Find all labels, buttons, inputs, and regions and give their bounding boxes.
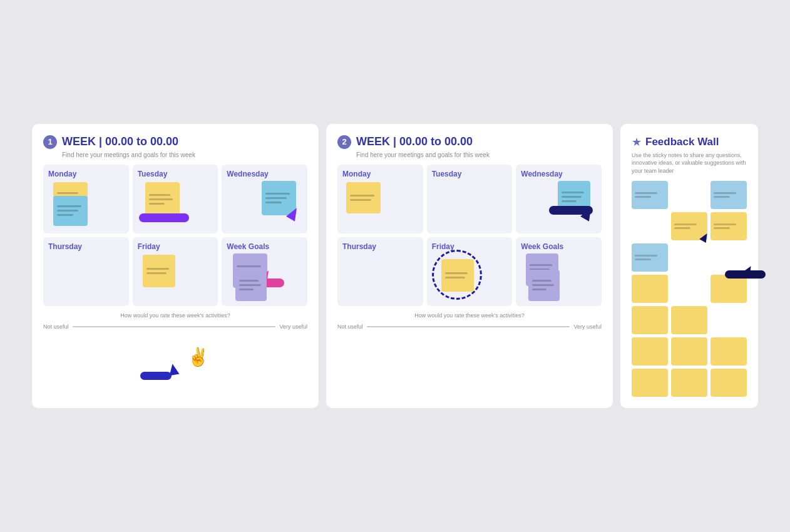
- week1-panel: 1 WEEK | 00.00 to 00.00 Find here your m…: [32, 124, 319, 409]
- sticky-line: [265, 197, 287, 199]
- week1-rating-bar[interactable]: [73, 326, 276, 327]
- sticky-line: [265, 193, 290, 195]
- week1-monday-label: Monday: [48, 170, 124, 178]
- fb-sticky-12[interactable]: [710, 337, 747, 366]
- week2-rating-section: How would you rate these week's activiti…: [337, 312, 602, 330]
- week2-goals-label: Week Goals: [521, 242, 597, 251]
- fb-sticky-7[interactable]: [710, 275, 747, 303]
- week2-wednesday-cell: Wednesday: [516, 165, 602, 233]
- fb-sticky-4[interactable]: [710, 212, 747, 240]
- sticky-line: [350, 199, 371, 201]
- fb-line: [714, 192, 736, 194]
- hand-emoji-week1: ✌️: [187, 347, 209, 367]
- week1-friday-label: Friday: [138, 242, 213, 251]
- week1-goals-cell: Week Goals: [222, 237, 307, 306]
- week2-monday-label: Monday: [342, 170, 418, 178]
- feedback-subtitle: Use the sticky notes to share any questi…: [632, 151, 747, 175]
- sticky-line: [562, 196, 582, 198]
- feedback-title: Feedback Wall: [645, 136, 719, 148]
- week2-thursday-cell: Thursday: [337, 237, 423, 306]
- week2-friday-cell: Friday: [427, 237, 513, 306]
- sticky-line: [532, 284, 553, 286]
- week2-very-useful: Very useful: [573, 324, 602, 330]
- week2-number: 2: [337, 135, 351, 149]
- fb-sticky-13[interactable]: [632, 369, 668, 397]
- pill-bottom-week1: [140, 372, 172, 380]
- week2-rating-bar[interactable]: [367, 326, 570, 327]
- fb-sticky-2[interactable]: [710, 181, 747, 209]
- week1-thursday-label: Thursday: [48, 242, 124, 251]
- sticky-line: [530, 264, 552, 266]
- fb-empty-3: [671, 243, 707, 272]
- week1-very-useful: Very useful: [279, 324, 307, 330]
- sticky-yellow-fri1[interactable]: [143, 255, 175, 287]
- sticky-line: [149, 198, 173, 200]
- feedback-panel: ★ Feedback Wall Use the sticky notes to …: [620, 124, 758, 409]
- fb-sticky-15[interactable]: [710, 369, 747, 397]
- week1-rating-title: How would you rate these week's activiti…: [43, 312, 307, 319]
- week2-days-grid: Monday Tuesday Wednesday: [337, 165, 602, 306]
- week2-rating-title: How would you rate these week's activiti…: [337, 312, 602, 319]
- week2-header: 2 WEEK | 00.00 to 00.00: [337, 135, 602, 149]
- pill-feedback: [725, 270, 766, 279]
- fb-sticky-6[interactable]: [632, 275, 668, 303]
- fb-sticky-3[interactable]: [671, 212, 707, 240]
- sticky-line: [562, 192, 584, 193]
- fb-empty-4: [710, 243, 747, 272]
- fb-line: [714, 227, 730, 229]
- week1-not-useful: Not useful: [43, 324, 69, 330]
- fb-sticky-10[interactable]: [632, 337, 668, 366]
- week2-wednesday-label: Wednesday: [521, 170, 597, 178]
- week2-goals-cell: Week Goals: [516, 237, 602, 306]
- fb-line: [635, 255, 657, 257]
- sticky-line: [146, 268, 169, 270]
- fb-sticky-8[interactable]: [632, 306, 668, 334]
- sticky-line: [532, 289, 546, 290]
- sticky-line: [239, 289, 254, 290]
- fb-line: [635, 258, 651, 260]
- week2-panel: 2 WEEK | 00.00 to 00.00 Find here your m…: [326, 124, 613, 409]
- week1-tuesday-cell: Tuesday: [133, 165, 218, 233]
- fb-line: [635, 192, 657, 194]
- week1-wednesday-label: Wednesday: [227, 170, 302, 178]
- sticky-purple-goals2b[interactable]: [528, 270, 560, 301]
- fb-sticky-14[interactable]: [671, 369, 707, 397]
- week1-number: 1: [43, 135, 57, 149]
- sticky-blue-mon1[interactable]: [53, 196, 88, 226]
- sticky-yellow-mon2[interactable]: [346, 182, 381, 213]
- sticky-yellow-tue1[interactable]: [145, 182, 180, 217]
- fb-sticky-9[interactable]: [671, 306, 707, 334]
- sticky-line: [445, 272, 468, 274]
- feedback-grid: [632, 181, 747, 397]
- week1-rating-section: How would you rate these week's activiti…: [43, 312, 307, 330]
- sticky-line: [239, 280, 258, 282]
- fb-sticky-1[interactable]: [632, 181, 668, 209]
- sticky-line: [265, 202, 282, 203]
- main-container: 1 WEEK | 00.00 to 00.00 Find here your m…: [19, 111, 771, 421]
- pill-navy-wed2: [549, 206, 593, 215]
- fb-sticky-11[interactable]: [671, 337, 707, 366]
- fb-empty-5: [671, 275, 707, 303]
- sticky-purple-goals1b[interactable]: [235, 270, 267, 301]
- sticky-line: [237, 265, 261, 267]
- week2-title: WEEK | 00.00 to 00.00: [356, 135, 473, 148]
- week2-tuesday-cell: Tuesday: [427, 165, 513, 233]
- sticky-line: [57, 210, 78, 212]
- sticky-line: [57, 205, 81, 207]
- sticky-line: [350, 195, 374, 197]
- week1-days-grid: Monday: [43, 165, 307, 306]
- week2-tuesday-label: Tuesday: [432, 170, 508, 178]
- week1-rating-row: Not useful Very useful: [43, 324, 307, 330]
- sticky-yellow-fri2[interactable]: [441, 259, 474, 292]
- star-icon: ★: [632, 135, 642, 149]
- sticky-line: [57, 192, 78, 194]
- sticky-line: [239, 284, 260, 286]
- fb-sticky-5[interactable]: [632, 243, 668, 272]
- fb-line: [674, 223, 697, 225]
- feedback-header: ★ Feedback Wall: [632, 135, 747, 149]
- fb-line: [714, 223, 736, 225]
- fb-line: [714, 196, 730, 198]
- week2-not-useful: Not useful: [337, 324, 363, 330]
- dashed-circle-fri2: [432, 250, 482, 300]
- sticky-line: [562, 200, 577, 202]
